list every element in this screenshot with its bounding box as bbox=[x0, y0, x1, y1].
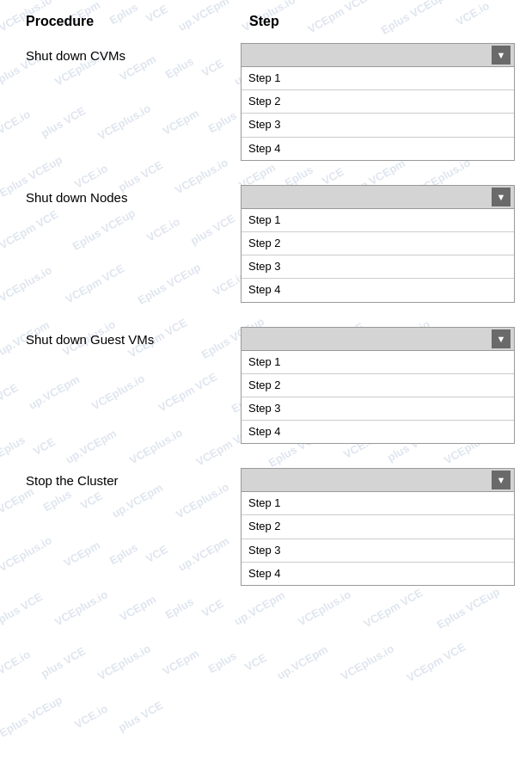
procedure-label-shutdown-nodes: Shut down Nodes bbox=[17, 185, 241, 206]
step-item-shutdown-nodes-1[interactable]: Step 1 bbox=[242, 209, 514, 232]
dropdown-header-shutdown-cvms[interactable] bbox=[241, 43, 515, 67]
step-column-stop-cluster: Step 1Step 2Step 3Step 4 bbox=[241, 468, 515, 586]
procedure-label-stop-cluster: Stop the Cluster bbox=[17, 468, 241, 489]
dropdown-arrow-shutdown-nodes[interactable] bbox=[492, 188, 511, 206]
dropdown-header-shutdown-guest-vms[interactable] bbox=[241, 327, 515, 351]
step-item-stop-cluster-3[interactable]: Step 3 bbox=[242, 539, 514, 563]
dropdown-header-stop-cluster[interactable] bbox=[241, 468, 515, 492]
step-column-header: Step bbox=[241, 14, 515, 29]
step-item-shutdown-nodes-2[interactable]: Step 2 bbox=[242, 232, 514, 255]
step-item-shutdown-guest-vms-4[interactable]: Step 4 bbox=[242, 421, 514, 443]
step-list-stop-cluster: Step 1Step 2Step 3Step 4 bbox=[241, 492, 515, 586]
step-item-stop-cluster-4[interactable]: Step 4 bbox=[242, 563, 514, 585]
step-list-shutdown-guest-vms: Step 1Step 2Step 3Step 4 bbox=[241, 351, 515, 445]
dropdown-arrow-stop-cluster[interactable] bbox=[492, 471, 511, 489]
procedure-row-shutdown-cvms: Shut down CVMsStep 1Step 2Step 3Step 4 bbox=[17, 43, 515, 161]
table-header: Procedure Step bbox=[17, 14, 515, 29]
step-column-shutdown-nodes: Step 1Step 2Step 3Step 4 bbox=[241, 185, 515, 303]
dropdown-arrow-shutdown-cvms[interactable] bbox=[492, 46, 511, 65]
procedure-label-shutdown-guest-vms: Shut down Guest VMs bbox=[17, 327, 241, 348]
step-item-shutdown-cvms-4[interactable]: Step 4 bbox=[242, 138, 514, 160]
step-column-shutdown-cvms: Step 1Step 2Step 3Step 4 bbox=[241, 43, 515, 161]
dropdown-header-shutdown-nodes[interactable] bbox=[241, 185, 515, 209]
step-item-shutdown-nodes-3[interactable]: Step 3 bbox=[242, 255, 514, 279]
step-list-shutdown-nodes: Step 1Step 2Step 3Step 4 bbox=[241, 209, 515, 303]
procedure-row-shutdown-guest-vms: Shut down Guest VMsStep 1Step 2Step 3Ste… bbox=[17, 327, 515, 445]
procedure-column-header: Procedure bbox=[17, 14, 241, 29]
dropdown-arrow-shutdown-guest-vms[interactable] bbox=[492, 329, 511, 348]
step-item-stop-cluster-1[interactable]: Step 1 bbox=[242, 492, 514, 515]
procedure-label-shutdown-cvms: Shut down CVMs bbox=[17, 43, 241, 65]
procedures-container: Shut down CVMsStep 1Step 2Step 3Step 4Sh… bbox=[17, 43, 515, 586]
step-item-shutdown-cvms-2[interactable]: Step 2 bbox=[242, 90, 514, 114]
step-item-shutdown-guest-vms-3[interactable]: Step 3 bbox=[242, 397, 514, 421]
step-item-stop-cluster-2[interactable]: Step 2 bbox=[242, 515, 514, 539]
step-item-shutdown-guest-vms-2[interactable]: Step 2 bbox=[242, 374, 514, 397]
step-column-shutdown-guest-vms: Step 1Step 2Step 3Step 4 bbox=[241, 327, 515, 445]
step-item-shutdown-cvms-1[interactable]: Step 1 bbox=[242, 67, 514, 90]
procedure-row-shutdown-nodes: Shut down NodesStep 1Step 2Step 3Step 4 bbox=[17, 185, 515, 303]
step-item-shutdown-guest-vms-1[interactable]: Step 1 bbox=[242, 351, 514, 374]
main-content: Procedure Step Shut down CVMsStep 1Step … bbox=[0, 0, 532, 624]
step-item-shutdown-nodes-4[interactable]: Step 4 bbox=[242, 279, 514, 301]
procedure-row-stop-cluster: Stop the ClusterStep 1Step 2Step 3Step 4 bbox=[17, 468, 515, 586]
step-item-shutdown-cvms-3[interactable]: Step 3 bbox=[242, 114, 514, 137]
step-list-shutdown-cvms: Step 1Step 2Step 3Step 4 bbox=[241, 67, 515, 161]
